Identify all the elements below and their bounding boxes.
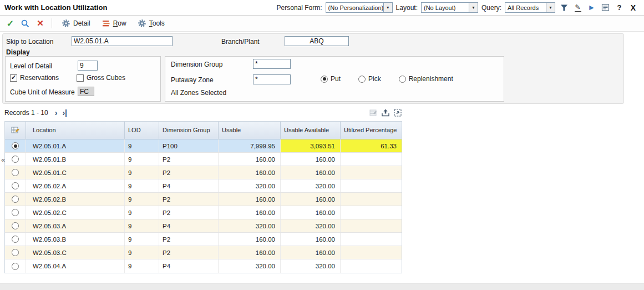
help-glyph: ? [617, 3, 622, 12]
filter-icon[interactable] [559, 2, 569, 13]
row-select-radio[interactable] [12, 263, 19, 270]
cube-unit-of-measure-field: FC [78, 87, 94, 96]
usable-cell: 320.00 [219, 219, 281, 232]
usable-cell: 320.00 [219, 179, 281, 192]
table-row[interactable]: W2.05.02.B 9 P2 160.00 160.00 [5, 193, 402, 206]
ok-button[interactable]: ✓ [3, 17, 17, 31]
radio-icon [321, 76, 328, 83]
row-select-cell [5, 246, 26, 259]
help-icon[interactable]: ? [614, 2, 625, 13]
expand-grid-icon[interactable] [393, 108, 402, 118]
branch-plant-input[interactable] [285, 36, 349, 46]
usable-cell: 320.00 [219, 259, 281, 273]
chevron-down-icon[interactable]: ▼ [469, 2, 478, 13]
grid-format-icon[interactable] [368, 108, 378, 118]
personal-form-label: Personal Form: [277, 4, 322, 12]
level-of-detail-input[interactable] [78, 61, 98, 71]
all-zones-selected-label: All Zones Selected [171, 89, 226, 97]
row-select-radio[interactable] [12, 249, 19, 256]
row-menu[interactable]: Row [102, 19, 126, 28]
table-row[interactable]: W2.05.04.A 9 P4 320.00 320.00 [5, 259, 402, 273]
usable-available-cell: 160.00 [281, 193, 341, 206]
usable-available-cell: 160.00 [281, 233, 341, 246]
usable-available-cell: 160.00 [281, 246, 341, 259]
search-icon [21, 19, 30, 28]
lod-cell: 9 [125, 246, 159, 259]
row-select-radio[interactable] [12, 182, 19, 189]
table-row[interactable]: W2.05.03.A 9 P4 320.00 320.00 [5, 219, 402, 233]
putaway-zone-input[interactable] [253, 74, 291, 84]
reservations-label: Reservations [20, 74, 59, 82]
detail-label: Detail [73, 19, 90, 27]
row-select-radio[interactable] [12, 236, 19, 243]
grid-header: Location LOD Dimension Group Usable Usab… [5, 122, 402, 139]
personal-form-select[interactable]: (No Personalization) ▼ [326, 2, 393, 13]
table-row[interactable]: W2.05.01.A 9 P100 7,999.95 3,093.51 61.3… [5, 139, 402, 153]
toolbar-separator [52, 18, 52, 28]
column-header-usable-available[interactable]: Usable Available [281, 122, 341, 139]
location-cell: W2.05.01.A [26, 139, 125, 152]
column-header-usable[interactable]: Usable [219, 122, 281, 139]
form-collapse-handle[interactable]: « [0, 154, 6, 165]
dimension-group-cell: P4 [159, 219, 219, 232]
chevron-down-icon[interactable]: ▼ [546, 2, 555, 13]
last-page-icon[interactable]: ›| [62, 109, 67, 117]
table-row[interactable]: W2.05.03.C 9 P2 160.00 160.00 [5, 246, 402, 259]
edit-query-icon[interactable]: ✎ [572, 2, 583, 13]
form-report-icon[interactable] [600, 2, 611, 13]
table-row[interactable]: W2.05.01.B 9 P2 160.00 160.00 [5, 153, 402, 166]
zone-radio-put[interactable]: Put [321, 75, 341, 83]
close-window-icon[interactable]: X [628, 2, 638, 13]
grid-customize-header[interactable] [5, 122, 26, 139]
utilized-percentage-cell [341, 153, 402, 166]
dimension-group-cell: P2 [159, 206, 219, 219]
close-glyph: X [631, 3, 636, 12]
column-header-dimension-group[interactable]: Dimension Group [159, 122, 219, 139]
column-header-location[interactable]: Location [26, 122, 125, 139]
run-query-icon[interactable]: ▶ [586, 2, 597, 13]
reservations-checkbox[interactable]: Reservations [10, 74, 59, 82]
dimension-group-cell: P2 [159, 153, 219, 166]
location-cell: W2.05.01.B [26, 153, 125, 166]
location-utilization-grid: Location LOD Dimension Group Usable Usab… [4, 121, 402, 273]
chevron-glyph: ▼ [386, 6, 390, 9]
lod-cell: 9 [125, 153, 159, 166]
find-button[interactable] [18, 17, 32, 31]
layout-select[interactable]: (No Layout) ▼ [421, 2, 478, 13]
row-select-radio[interactable] [12, 196, 19, 203]
column-header-utilized-percentage[interactable]: Utilized Percentage [341, 122, 402, 139]
utilized-percentage-cell [341, 219, 402, 232]
gross-cubes-checkbox[interactable]: Gross Cubes [77, 74, 125, 82]
utilized-percentage-cell: 61.33 [341, 139, 402, 152]
grid-action-icons [368, 108, 402, 118]
column-header-lod[interactable]: LOD [125, 122, 159, 139]
cancel-button[interactable]: ✕ [33, 17, 47, 31]
skip-to-location-input[interactable] [72, 36, 173, 46]
query-select[interactable]: All Records ▼ [505, 2, 555, 13]
export-grid-icon[interactable] [381, 108, 390, 118]
location-cell: W2.05.02.A [26, 179, 125, 192]
zone-radio-pick[interactable]: Pick [358, 75, 381, 83]
chevron-down-icon[interactable]: ▼ [383, 2, 393, 13]
dimension-group-cell: P100 [159, 139, 219, 152]
table-row[interactable]: W2.05.02.A 9 P4 320.00 320.00 [5, 179, 402, 193]
table-row[interactable]: W2.05.03.B 9 P2 160.00 160.00 [5, 233, 402, 246]
table-row[interactable]: W2.05.02.C 9 P2 160.00 160.00 [5, 206, 402, 219]
row-select-radio[interactable] [12, 169, 19, 176]
dimension-group-input[interactable] [253, 59, 291, 69]
row-select-radio[interactable] [12, 222, 19, 229]
close-icon: ✕ [37, 18, 44, 28]
pencil-glyph: ✎ [575, 4, 580, 11]
tools-menu[interactable]: Tools [138, 19, 165, 28]
usable-cell: 160.00 [219, 206, 281, 219]
table-row[interactable]: W2.05.01.C 9 P2 160.00 160.00 [5, 166, 402, 179]
form-panel: Skip to Location Branch/Plant Display Le… [2, 33, 624, 104]
personal-form-value: (No Personalization) [326, 2, 383, 13]
row-select-radio[interactable] [12, 156, 19, 163]
row-select-radio[interactable] [12, 209, 19, 216]
cube-unit-of-measure-label: Cube Unit of Measure [10, 88, 75, 96]
next-page-icon[interactable]: › [55, 109, 58, 117]
detail-menu[interactable]: Detail [62, 19, 90, 28]
zone-radio-replenishment[interactable]: Replenishment [399, 75, 453, 83]
row-select-radio[interactable] [12, 142, 19, 149]
